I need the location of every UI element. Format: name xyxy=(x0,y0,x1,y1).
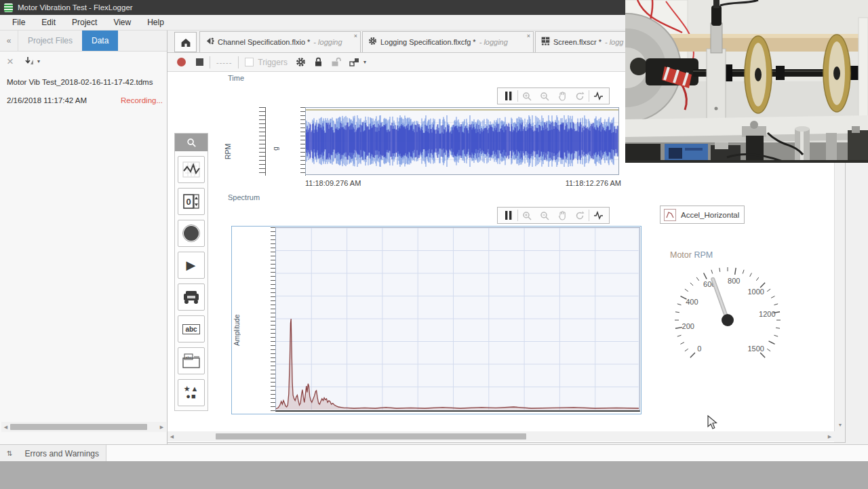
palette-numeric-tool[interactable]: 0 xyxy=(178,188,205,215)
zoom-in-button[interactable] xyxy=(518,89,536,103)
tab-channel-specification[interactable]: Channel Specification.flxio *- logging× xyxy=(199,31,361,52)
settings-button[interactable] xyxy=(296,57,306,67)
legend-accel-horizontal[interactable]: Accel_Horizontal xyxy=(660,206,745,224)
close-icon[interactable]: × xyxy=(527,33,530,39)
link-channels-button[interactable] xyxy=(349,57,360,67)
menu-item-edit[interactable]: Edit xyxy=(41,18,56,27)
pan-button[interactable] xyxy=(553,89,571,103)
spectrum-y-axis-title: Amplitude xyxy=(233,292,241,346)
textbox-icon: abc xyxy=(182,353,200,368)
export-icon xyxy=(24,56,35,66)
scroll-right-icon[interactable]: ▶ xyxy=(825,431,834,442)
search-icon xyxy=(186,138,197,148)
palette-textbox-tool[interactable]: abc xyxy=(178,347,205,374)
delete-log-button[interactable]: × xyxy=(7,56,14,67)
pause-button[interactable] xyxy=(500,208,517,222)
record-button[interactable] xyxy=(177,58,186,66)
flywheel-1 xyxy=(745,36,772,113)
graph-icon xyxy=(182,161,200,178)
time-rpm-tick-strip xyxy=(259,107,266,176)
widget-palette: 0 ▶ abc xyxy=(174,133,208,411)
palette-search-button[interactable] xyxy=(175,134,208,151)
reset-zoom-button[interactable] xyxy=(571,208,589,222)
svg-text:800: 800 xyxy=(728,277,740,285)
zoom-in-button[interactable] xyxy=(518,208,536,222)
spectrum-trace xyxy=(276,228,639,410)
sidebar-toolbar: × ▾ xyxy=(0,51,167,71)
errors-and-warnings-tab[interactable]: ⇅ Errors and Warnings xyxy=(0,445,106,462)
caret-down-icon[interactable]: ▾ xyxy=(363,59,366,65)
tab-title: Logging Specification.flxcfg * xyxy=(380,38,476,46)
home-button[interactable] xyxy=(174,32,197,52)
main-horizontal-scrollbar[interactable]: ◀ ▶ xyxy=(167,431,834,442)
caret-down-icon: ▾ xyxy=(37,58,40,64)
stop-button[interactable] xyxy=(196,58,203,66)
close-icon[interactable]: × xyxy=(354,33,357,39)
lock-screen-button[interactable] xyxy=(314,57,323,67)
triggers-checkbox[interactable] xyxy=(245,58,254,66)
dial-icon xyxy=(182,224,201,243)
svg-text:0: 0 xyxy=(186,197,191,207)
flexlogger-window: Motor Vibration Test - FlexLogger FileEd… xyxy=(0,0,868,489)
zoom-out-button[interactable] xyxy=(536,89,553,103)
zoom-out-button[interactable] xyxy=(536,208,553,222)
scrollbar-corner xyxy=(834,431,846,442)
unlock-screen-button[interactable] xyxy=(331,57,341,67)
svg-text:200: 200 xyxy=(682,322,694,330)
time-plot-area[interactable] xyxy=(305,107,619,175)
autoscale-button[interactable] xyxy=(589,89,607,103)
svg-text:1500: 1500 xyxy=(747,345,764,353)
sidebar-tab-project-files[interactable]: Project Files xyxy=(18,31,82,51)
mouse-cursor xyxy=(707,415,718,430)
palette-graph-tool[interactable] xyxy=(178,156,205,183)
svg-text:0: 0 xyxy=(697,345,701,353)
export-log-button[interactable]: ▾ xyxy=(24,56,40,66)
sidebar-tab-data[interactable]: Data xyxy=(82,31,118,51)
palette-text-tool[interactable]: abc xyxy=(178,315,205,343)
menu-item-file[interactable]: File xyxy=(12,18,25,27)
flexlogger-logo-icon xyxy=(4,3,13,12)
tab-state: - logging xyxy=(479,38,508,46)
time-graph-label: Time xyxy=(228,74,244,82)
scroll-left-icon[interactable]: ◀ xyxy=(1,422,10,432)
spectrum-graph-label: Spectrum xyxy=(228,193,260,201)
menu-item-help[interactable]: Help xyxy=(147,18,164,27)
tab-title: Channel Specification.flxio * xyxy=(218,38,310,46)
svg-text:1200: 1200 xyxy=(759,310,775,318)
menu-item-view[interactable]: View xyxy=(113,18,131,27)
palette-dial-tool[interactable] xyxy=(178,220,205,247)
shapes-icon: ★▲ ●■ xyxy=(184,385,199,400)
palette-shapes-tool[interactable]: ★▲ ●■ xyxy=(178,379,205,406)
right-post xyxy=(859,18,868,122)
svg-text:abc: abc xyxy=(185,355,192,359)
sidebar-horizontal-scrollbar[interactable]: ◀ ▶ xyxy=(1,422,166,432)
sidebar xyxy=(0,31,167,444)
palette-play-tool[interactable]: ▶ xyxy=(178,252,205,279)
time-x-end-label: 11:18:12.276 AM xyxy=(553,179,621,187)
time-g-axis-title: g xyxy=(271,133,279,151)
scroll-right-icon[interactable]: ▶ xyxy=(157,422,166,432)
expand-panel-icon[interactable]: ⇅ xyxy=(7,450,12,457)
pause-button[interactable] xyxy=(500,89,517,103)
menu-item-project[interactable]: Project xyxy=(72,18,97,27)
motor-rpm-gauge[interactable]: 0200400600800100012001500 xyxy=(660,261,795,376)
sidebar-collapse-button[interactable]: « xyxy=(0,31,18,51)
time-x-start-label: 11:18:09.276 AM xyxy=(305,179,361,187)
reset-zoom-button[interactable] xyxy=(571,89,589,103)
lock-icon xyxy=(314,57,323,67)
time-waveform xyxy=(306,108,618,174)
log-file-name[interactable]: Motor Vib Test_2018-02-16-11-17-42.tdms xyxy=(7,78,153,86)
pan-button[interactable] xyxy=(553,208,571,222)
spectrum-plot-area[interactable] xyxy=(275,227,640,412)
scroll-left-icon[interactable]: ◀ xyxy=(167,431,176,442)
tab-state: - logging xyxy=(313,38,342,46)
autoscale-button[interactable] xyxy=(589,208,607,222)
scrollbar-thumb[interactable] xyxy=(10,424,147,430)
numeric-indicator-icon: 0 xyxy=(183,194,199,209)
scrollbar-thumb[interactable] xyxy=(216,433,526,439)
window-title: Motor Vibration Test - FlexLogger xyxy=(18,3,133,12)
palette-vehicle-tool[interactable] xyxy=(178,283,205,311)
waveform-legend-icon xyxy=(664,209,676,221)
tab-logging-specification[interactable]: Logging Specification.flxcfg *- logging× xyxy=(362,31,534,52)
scroll-down-icon[interactable]: ▼ xyxy=(835,420,846,430)
